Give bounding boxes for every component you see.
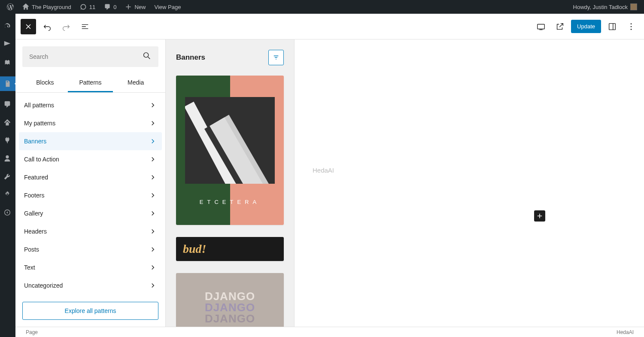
pages-icon[interactable] xyxy=(0,76,15,91)
pattern-card[interactable]: bud! xyxy=(176,237,284,261)
editor-canvas[interactable]: HedaAI xyxy=(295,39,644,327)
pattern-caption: bud! xyxy=(183,242,206,256)
svg-point-3 xyxy=(631,23,632,24)
media-icon[interactable] xyxy=(3,58,12,67)
update-button[interactable]: Update xyxy=(571,20,601,33)
redo-button[interactable] xyxy=(58,19,74,34)
pattern-preview-panel: Banners ETCETERA bud! DJANGO DJANGO DJAN… xyxy=(166,39,295,327)
chevron-right-icon xyxy=(149,228,157,235)
comments-menu-icon[interactable] xyxy=(3,100,12,109)
new-content[interactable]: New xyxy=(122,0,149,14)
admin-menu-rail xyxy=(0,14,15,337)
preview-external-button[interactable] xyxy=(552,19,568,34)
category-call-to-action[interactable]: Call to Action xyxy=(19,150,162,168)
chevron-right-icon xyxy=(149,191,157,199)
chevron-right-icon xyxy=(149,246,157,253)
tab-media[interactable]: Media xyxy=(113,74,158,92)
updates-count: 11 xyxy=(89,4,95,10)
search-icon xyxy=(142,51,152,62)
admin-bar: The Playground 11 0 New View Page Howdy,… xyxy=(0,0,644,14)
chevron-right-icon xyxy=(149,101,157,109)
site-title: The Playground xyxy=(32,4,71,10)
collapse-icon[interactable] xyxy=(3,209,12,217)
svg-rect-1 xyxy=(538,24,545,29)
close-inserter-button[interactable] xyxy=(21,19,36,34)
svg-point-4 xyxy=(631,26,632,27)
category-uncategorized[interactable]: Uncategorized xyxy=(19,276,162,294)
user-avatar xyxy=(630,3,637,10)
add-block-button[interactable] xyxy=(534,210,545,222)
tab-patterns[interactable]: Patterns xyxy=(68,74,113,92)
watermark: HedaAI xyxy=(617,329,634,335)
editor-toolbar: Update xyxy=(15,14,644,39)
block-inserter: Blocks Patterns Media All patterns My pa… xyxy=(15,39,166,327)
comments-count: 0 xyxy=(113,4,116,10)
document-overview-button[interactable] xyxy=(77,19,93,34)
chevron-right-icon xyxy=(149,264,157,271)
pattern-categories: All patterns My patterns Banners Call to… xyxy=(15,93,165,295)
category-text[interactable]: Text xyxy=(19,258,162,276)
status-bar: Page HedaAI xyxy=(15,327,644,337)
chevron-right-icon xyxy=(149,155,157,163)
wp-logo[interactable] xyxy=(3,0,17,14)
category-my-patterns[interactable]: My patterns xyxy=(19,114,162,132)
comments[interactable]: 0 xyxy=(100,0,120,14)
view-button[interactable] xyxy=(533,19,549,34)
pattern-card[interactable]: DJANGO DJANGO DJANGO xyxy=(176,273,284,327)
category-banners[interactable]: Banners xyxy=(19,132,162,150)
preview-title: Banners xyxy=(176,53,205,62)
new-label: New xyxy=(134,4,146,10)
tab-blocks[interactable]: Blocks xyxy=(22,74,68,92)
dashboard-icon[interactable] xyxy=(3,22,12,31)
appearance-icon[interactable] xyxy=(3,118,12,127)
pattern-card[interactable]: ETCETERA xyxy=(176,76,284,225)
explore-patterns-button[interactable]: Explore all patterns xyxy=(22,302,158,320)
undo-button[interactable] xyxy=(39,19,55,34)
options-button[interactable] xyxy=(623,19,639,34)
chevron-right-icon xyxy=(149,119,157,127)
canvas-placeholder: HedaAI xyxy=(313,167,334,174)
pattern-caption: DJANGO xyxy=(205,313,255,324)
chevron-right-icon xyxy=(149,209,157,217)
site-home[interactable]: The Playground xyxy=(19,0,75,14)
plugins-icon[interactable] xyxy=(3,137,12,145)
posts-icon[interactable] xyxy=(3,40,12,49)
pattern-caption: DJANGO xyxy=(205,302,255,313)
svg-rect-2 xyxy=(609,23,616,30)
breadcrumb[interactable]: Page xyxy=(26,329,38,335)
pattern-image xyxy=(185,97,274,184)
inserter-tabs: Blocks Patterns Media xyxy=(15,74,165,93)
category-featured[interactable]: Featured xyxy=(19,168,162,186)
search-input[interactable] xyxy=(22,46,158,67)
chevron-right-icon xyxy=(149,282,157,289)
svg-point-6 xyxy=(144,53,149,58)
category-headers[interactable]: Headers xyxy=(19,222,162,240)
updates[interactable]: 11 xyxy=(76,0,99,14)
pattern-caption: ETCETERA xyxy=(176,199,284,205)
category-footers[interactable]: Footers xyxy=(19,186,162,204)
settings-icon[interactable] xyxy=(3,191,12,199)
howdy-user[interactable]: Howdy, Justin Tadlock xyxy=(570,0,641,14)
filter-button[interactable] xyxy=(268,50,284,65)
settings-panel-button[interactable] xyxy=(605,19,620,34)
pattern-caption: DJANGO xyxy=(205,291,255,302)
view-page[interactable]: View Page xyxy=(151,0,185,14)
chevron-right-icon xyxy=(149,173,157,181)
chevron-right-icon xyxy=(149,137,157,145)
users-icon[interactable] xyxy=(3,155,12,163)
category-all-patterns[interactable]: All patterns xyxy=(19,96,162,114)
category-posts[interactable]: Posts xyxy=(19,240,162,258)
tools-icon[interactable] xyxy=(3,173,12,181)
svg-point-5 xyxy=(631,29,632,30)
category-gallery[interactable]: Gallery xyxy=(19,204,162,222)
